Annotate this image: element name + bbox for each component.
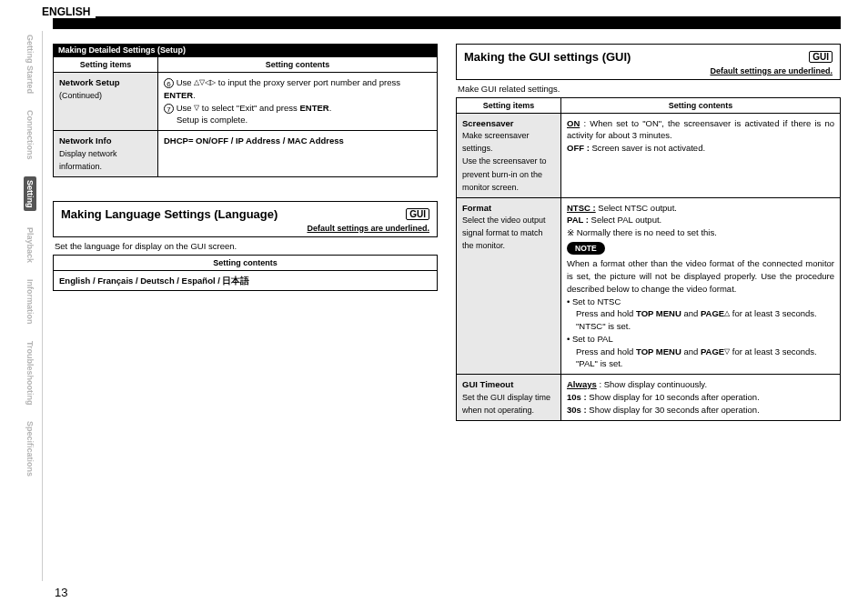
table-row: Network Info Display network information…: [54, 131, 438, 177]
step-7d: Setup is complete.: [164, 115, 247, 125]
sidebar-divider: [42, 31, 43, 581]
step-6c: .: [193, 90, 196, 100]
gui-intro: Make GUI related settings.: [456, 80, 841, 97]
arrows-icon: △▽◁▷: [194, 77, 216, 88]
sidebar-tab-getting-started[interactable]: Getting Started: [25, 35, 35, 94]
language-section-title: Making Language Settings (Language): [61, 207, 278, 222]
network-info-content: DHCP= ON/OFF / IP Address / MAC Address: [164, 135, 344, 145]
timeout-10s-text: Show display for 10 seconds after operat…: [587, 392, 760, 402]
table-row: GUI Timeout Set the GUI display time whe…: [457, 375, 841, 421]
sidebar-tabs: Getting Started Connections Setting Play…: [16, 16, 44, 596]
item-network-setup: Network Setup: [59, 76, 152, 89]
gui-table: Setting items Setting contents Screensav…: [456, 97, 841, 421]
setup-head-items: Setting items: [54, 57, 158, 73]
timeout-30s-label: 30s :: [567, 405, 587, 415]
b2-line: Press and hold: [576, 346, 636, 356]
screensaver-on-label: ON: [567, 118, 580, 128]
gui-badge-icon: GUI: [809, 51, 833, 63]
item-format-desc: Select the video output signal format to…: [462, 216, 546, 250]
page-number: 13: [55, 586, 67, 599]
sidebar-tab-troubleshooting[interactable]: Troubleshooting: [25, 341, 35, 406]
format-pal-text: Select PAL output.: [589, 215, 661, 225]
language-intro: Set the language for display on the GUI …: [53, 237, 438, 255]
b1-and: and: [681, 308, 701, 318]
table-row: Screensaver Make screensaver settings. U…: [457, 113, 841, 197]
b2-and: and: [681, 346, 701, 356]
setup-table: Setting items Setting contents Network S…: [53, 56, 438, 177]
item-screensaver: Screensaver: [462, 117, 555, 130]
enter-label-2: ENTER: [299, 103, 328, 113]
format-pal-label: PAL :: [567, 215, 589, 225]
table-row: Format Select the video output signal fo…: [457, 197, 841, 375]
default-note-gui: Default settings are underlined.: [457, 66, 840, 79]
b2-tail: for at least 3 seconds.: [730, 346, 817, 356]
b1-result: "NTSC" is set.: [576, 321, 631, 331]
screensaver-on-text: : When set to "ON", the screensaver is a…: [567, 118, 834, 141]
sidebar-tab-information[interactable]: Information: [25, 279, 35, 325]
sidebar-tab-specifications[interactable]: Specifications: [25, 421, 35, 477]
header-bar: ENGLISH: [53, 16, 841, 29]
timeout-always-text: : Show display continuously.: [597, 379, 707, 389]
step-6b: to input the proxy server port number an…: [216, 77, 400, 87]
language-table: Setting contents English / Français / De…: [53, 255, 438, 292]
sidebar-tab-playback[interactable]: Playback: [25, 227, 35, 263]
format-note-body: When a format other than the video forma…: [567, 257, 834, 295]
language-options: English / Français / Deutsch / Español /…: [59, 276, 250, 286]
format-bullet2: Set to PAL: [572, 334, 613, 344]
item-network-info: Network Info: [59, 135, 152, 147]
language-section: Making Language Settings (Language) GUI …: [53, 201, 438, 237]
item-gui-timeout-desc: Set the GUI display time when not operat…: [462, 393, 550, 415]
setup-head-contents: Setting contents: [158, 57, 438, 73]
gui-head-contents: Setting contents: [561, 97, 841, 113]
timeout-30s-text: Show display for 30 seconds after operat…: [587, 405, 760, 415]
page-label-2: PAGE: [701, 346, 724, 356]
timeout-always-label: Always: [567, 379, 597, 389]
table-row: Network Setup (Continued) 6 Use △▽◁▷ to …: [54, 73, 438, 131]
screensaver-off-text: Screen saver is not activated.: [590, 143, 705, 153]
default-note-lang: Default settings are underlined.: [54, 224, 437, 236]
item-network-setup-desc: (Continued): [59, 91, 102, 100]
item-network-info-desc: Display network information.: [59, 149, 117, 171]
item-format: Format: [462, 202, 555, 215]
topmenu-label: TOP MENU: [636, 308, 681, 318]
sidebar-tab-setting[interactable]: Setting: [24, 176, 36, 212]
topmenu-label-2: TOP MENU: [636, 346, 681, 356]
step-6-num: 6: [164, 78, 174, 88]
language-head: Setting contents: [54, 255, 438, 270]
note-pill: NOTE: [567, 242, 605, 255]
format-ntsc-label: NTSC :: [567, 203, 596, 213]
item-screensaver-desc: Make screensaver settings. Use the scree…: [462, 131, 547, 191]
gui-head-items: Setting items: [457, 97, 561, 113]
section-bar-setup: Making Detailed Settings (Setup): [53, 44, 438, 56]
format-ntsc-text: Select NTSC output.: [596, 203, 677, 213]
timeout-10s-label: 10s :: [567, 392, 587, 402]
language-tab: ENGLISH: [42, 5, 96, 18]
format-bullet1: Set to NTSC: [572, 296, 621, 306]
screensaver-off-label: OFF :: [567, 143, 590, 153]
format-note-star: ※ Normally there is no need to set this.: [567, 227, 717, 237]
b2-result: "PAL" is set.: [576, 358, 622, 368]
gui-badge-icon: GUI: [406, 208, 429, 220]
gui-section: Making the GUI settings (GUI) GUI Defaul…: [456, 44, 841, 80]
enter-label: ENTER: [164, 90, 193, 100]
step-7-num: 7: [164, 104, 174, 114]
item-gui-timeout: GUI Timeout: [462, 378, 555, 391]
b1-line: Press and hold: [576, 308, 636, 318]
page-label: PAGE: [701, 308, 724, 318]
gui-section-title: Making the GUI settings (GUI): [464, 50, 631, 65]
step-6a: Use: [177, 77, 195, 87]
step-7b: to select "Exit" and press: [199, 103, 299, 113]
step-7a: Use: [177, 103, 195, 113]
step-7c: .: [329, 103, 332, 113]
b1-tail: for at least 3 seconds.: [730, 308, 817, 318]
sidebar-tab-connections[interactable]: Connections: [25, 110, 35, 160]
